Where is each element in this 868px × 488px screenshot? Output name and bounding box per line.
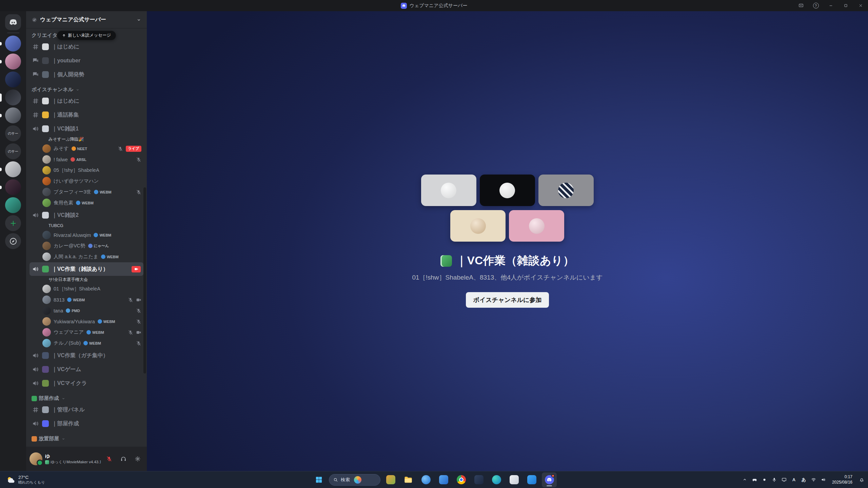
voice-channel-icon: [32, 420, 39, 427]
app-dark-taskbar-button[interactable]: [471, 472, 486, 487]
server-icon[interactable]: [5, 161, 21, 177]
channel-row[interactable]: ｜VC作業（ガチ集中）: [29, 349, 143, 362]
voice-member-row[interactable]: tanaPMD: [40, 305, 143, 316]
help-button[interactable]: ?: [808, 0, 823, 11]
channel-row[interactable]: ｜VC雑談1: [29, 122, 143, 136]
category-row[interactable]: ボイスチャンネル: [26, 82, 147, 94]
voice-member-row[interactable]: 01［!shw］ShabeleA: [40, 284, 143, 294]
channel-row[interactable]: ｜管理パネル: [29, 403, 143, 416]
ime-mode-a-icon[interactable]: A: [789, 474, 798, 485]
network-icon[interactable]: [809, 474, 818, 485]
minimize-button[interactable]: [823, 0, 838, 11]
rail-item: [0, 14, 26, 30]
channel-row[interactable]: ｜はじめに: [29, 40, 143, 54]
voice-member-row[interactable]: けいず@サツマハン: [40, 176, 143, 186]
category-row[interactable]: 部屋作成: [26, 390, 147, 403]
channel-row[interactable]: ｜VC雑談2: [29, 208, 143, 222]
member-role-badge: WEBM: [94, 233, 111, 237]
vscode-taskbar-button[interactable]: [524, 472, 539, 487]
channel-row[interactable]: ｜youtuber: [29, 54, 143, 67]
notifications-icon[interactable]: [856, 477, 867, 483]
server-icon[interactable]: [5, 179, 21, 195]
channel-label: ｜VC雑談1: [52, 125, 141, 133]
member-role-badge: NEET: [72, 146, 87, 151]
app-photo-taskbar-button[interactable]: [383, 472, 398, 487]
channel-row[interactable]: ｜寝室: [29, 443, 143, 447]
ime-mode-kana-icon[interactable]: あ: [799, 474, 808, 485]
server-icon[interactable]: [5, 89, 21, 105]
voice-member-row[interactable]: 食用色素WEBM: [40, 198, 143, 208]
channel-row[interactable]: ｜VCゲーム: [29, 363, 143, 376]
home-button[interactable]: [5, 14, 21, 30]
channel-row[interactable]: ｜部屋作成: [29, 417, 143, 430]
server-icon[interactable]: [5, 36, 21, 52]
voice-member-row[interactable]: チルノ(Sub)WEBM: [40, 338, 143, 348]
channel-row[interactable]: ｜VCマイクラ: [29, 377, 143, 390]
weather-temp: 27°C: [18, 475, 45, 480]
badge-label: WEBM: [100, 190, 112, 194]
tray-display-icon[interactable]: [780, 474, 789, 485]
channel-row[interactable]: ｜はじめに: [29, 94, 143, 108]
category-row[interactable]: 放置部屋: [26, 431, 147, 443]
file-explorer-taskbar-button[interactable]: [401, 472, 416, 487]
app-light-taskbar-button[interactable]: [507, 472, 521, 487]
unread-banner[interactable]: 新しい未読メッセージ: [57, 31, 116, 40]
taskbar-search[interactable]: 検索: [329, 474, 380, 486]
scrollbar[interactable]: [143, 30, 146, 444]
close-button[interactable]: [853, 0, 868, 11]
voice-member-row[interactable]: Rivarzal AluwqimWEBM: [40, 230, 143, 240]
maximize-button[interactable]: [838, 0, 853, 11]
app-blue-taskbar-button[interactable]: [418, 472, 433, 487]
start-button[interactable]: [311, 472, 326, 487]
settings-button[interactable]: [132, 453, 143, 465]
voice-member-row[interactable]: みそすNEETライブ: [40, 143, 143, 154]
member-name: チルノ(Sub): [54, 340, 81, 346]
server-icon[interactable]: [5, 54, 21, 69]
explore-button[interactable]: [5, 233, 21, 249]
channel-row[interactable]: ｜個人開発勢: [29, 68, 143, 81]
channel-label: ｜個人開発勢: [52, 71, 141, 78]
voice-member-row[interactable]: 8313WEBM: [40, 294, 143, 305]
discord-taskbar-button[interactable]: [542, 472, 557, 487]
voice-member-row[interactable]: 人間 a.k.a. カニたまWEBM: [40, 251, 143, 262]
voice-member-row[interactable]: ウェブマニアWEBM: [40, 327, 143, 338]
weather-widget[interactable]: 27°C 晴れのちくもり: [3, 472, 48, 487]
screenshare-icon[interactable]: [793, 0, 808, 11]
add-server-button[interactable]: [5, 215, 21, 231]
server-header[interactable]: ウェブマニア公式サーバー: [26, 11, 147, 28]
tray-game-icon[interactable]: [750, 474, 759, 485]
scrollbar-thumb[interactable]: [143, 187, 146, 373]
deafen-button[interactable]: [118, 453, 129, 465]
voice-member-row[interactable]: カレー@VC勢にゃ〜ん: [40, 241, 143, 251]
user-avatar[interactable]: [29, 452, 42, 465]
channel-row[interactable]: ｜通話募集: [29, 108, 143, 122]
unread-pill: [0, 42, 2, 45]
chrome-taskbar-button[interactable]: [454, 472, 469, 487]
server-icon[interactable]: のサー: [5, 125, 21, 141]
mic-mute-button[interactable]: [103, 453, 115, 465]
server-icon[interactable]: [5, 72, 21, 87]
server-icon[interactable]: のサー: [5, 143, 21, 159]
user-info[interactable]: ゆ ゆっくりMovieMaker v4.43.1.0をプレ...: [45, 453, 101, 465]
voice-member-row[interactable]: 05［!shy］ShabeleA: [40, 165, 143, 176]
server-icon[interactable]: [5, 107, 21, 123]
taskbar-clock[interactable]: 0:17 2025/08/16: [829, 474, 855, 485]
server-icon[interactable]: [5, 197, 21, 213]
unread-banner-label: 新しい未読メッセージ: [68, 33, 111, 38]
voice-member-row[interactable]: ! falweARSL: [40, 154, 143, 165]
microsoft-store-taskbar-button[interactable]: [436, 472, 451, 487]
channel-emoji-icon: [42, 125, 49, 132]
join-voice-button[interactable]: ボイスチャンネルに参加: [466, 292, 549, 308]
edge-taskbar-button[interactable]: [489, 472, 504, 487]
tray-mic-icon[interactable]: [770, 474, 779, 485]
weather-desc: 晴れのちくもり: [18, 480, 45, 485]
hidden-icons-icon[interactable]: [740, 474, 749, 485]
channel-row[interactable]: ｜VC作業（雑談あり）: [29, 262, 143, 276]
voice-member-row[interactable]: Yukiwara/YukiwaraWEBM: [40, 316, 143, 327]
channel-emoji-icon: [42, 420, 49, 427]
volume-icon[interactable]: [819, 474, 828, 485]
tray-app-icon[interactable]: [760, 474, 769, 485]
voice-member-row[interactable]: ブターフィー3世WEBM: [40, 187, 143, 197]
tray-icons: Aあ: [740, 474, 828, 485]
taskbar-apps: [383, 472, 557, 487]
